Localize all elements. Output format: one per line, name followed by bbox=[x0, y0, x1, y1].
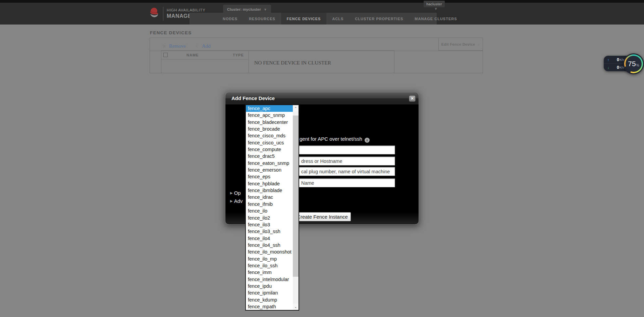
type-option[interactable]: fence_ilo3 bbox=[246, 221, 293, 228]
type-option[interactable]: fence_ilo4 bbox=[246, 235, 293, 242]
scrollbar-thumb[interactable] bbox=[293, 116, 299, 277]
type-option[interactable]: fence_cisco_ucs bbox=[246, 139, 293, 146]
optional-arguments-toggle[interactable]: ▶Op bbox=[230, 190, 241, 196]
type-option[interactable]: fence_imm bbox=[246, 269, 293, 276]
edit-fence-device-selector[interactable]: Edit Fence Device ⌄ bbox=[438, 38, 483, 51]
info-icon[interactable]: i bbox=[365, 138, 370, 143]
percent-value: 75 bbox=[628, 60, 636, 68]
column-header-type: TYPE bbox=[233, 53, 244, 57]
remove-button[interactable]: Remove bbox=[169, 43, 186, 49]
type-option[interactable]: fence_emerson bbox=[246, 167, 293, 173]
table-header-row: NAME TYPE bbox=[161, 51, 249, 59]
upload-arrow-icon: ↑ bbox=[607, 58, 612, 62]
tab-fence-devices[interactable]: FENCE DEVICES bbox=[281, 13, 327, 25]
advanced-arguments-label: Adv bbox=[234, 198, 243, 204]
chevron-down-icon: ⌄ bbox=[477, 42, 480, 46]
fence-devices-table: NAME TYPE bbox=[161, 50, 249, 73]
window-top-strip bbox=[0, 0, 644, 3]
create-fence-instance-button[interactable]: Create Fence Instance bbox=[294, 212, 351, 221]
type-option[interactable]: fence_apc_snmp bbox=[246, 112, 293, 119]
scroll-up-icon[interactable]: ⌃ bbox=[293, 105, 299, 111]
agent-description-text: gent for APC over telnet/sshi bbox=[300, 136, 370, 143]
cluster-selector-label: Cluster: mycluster bbox=[227, 7, 261, 11]
percent-ring: 75 % bbox=[624, 54, 643, 73]
user-menu[interactable]: hacluster bbox=[424, 1, 445, 7]
type-option[interactable]: fence_apc bbox=[246, 105, 293, 112]
type-option[interactable]: fence_cisco_mds bbox=[246, 132, 293, 139]
column-header-name: NAME bbox=[186, 53, 199, 57]
app-header: HIGH AVAILABILITY MANAGEMENT Cluster: my… bbox=[0, 3, 644, 25]
upload-value: 0 bbox=[617, 57, 619, 62]
type-option[interactable]: fence_brocade bbox=[246, 126, 293, 132]
remove-x-icon[interactable]: ✕ bbox=[162, 44, 166, 49]
percent-unit: % bbox=[636, 63, 639, 67]
type-option[interactable]: fence_ibmblade bbox=[246, 187, 293, 194]
scroll-down-icon[interactable]: ⌄ bbox=[293, 304, 299, 310]
scrollbar[interactable]: ⌃ ⌄ bbox=[293, 105, 299, 310]
type-option[interactable]: fence_bladecenter bbox=[246, 119, 293, 126]
type-option[interactable]: fence_compute bbox=[246, 146, 293, 153]
ipaddr-input[interactable] bbox=[283, 156, 395, 166]
type-option[interactable]: fence_ilo2 bbox=[246, 215, 293, 221]
type-option[interactable]: fence_drac5 bbox=[246, 153, 293, 160]
redhat-logo-icon bbox=[149, 6, 159, 19]
type-option[interactable]: fence_ilo3_ssh bbox=[246, 228, 293, 235]
user-label: hacluster bbox=[426, 2, 442, 6]
type-option[interactable]: fence_mpath bbox=[246, 303, 293, 310]
type-option[interactable]: fence_eaton_snmp bbox=[246, 160, 293, 167]
type-option[interactable]: fence_ipdu bbox=[246, 283, 293, 289]
type-option[interactable]: fence_intelmodular bbox=[246, 276, 293, 283]
triangle-right-icon: ▶ bbox=[230, 191, 233, 195]
type-option[interactable]: fence_eps bbox=[246, 173, 293, 180]
close-icon[interactable]: ✕ bbox=[409, 95, 416, 102]
type-option[interactable]: fence_kdump bbox=[246, 297, 293, 303]
type-option[interactable]: fence_ilo_mp bbox=[246, 256, 293, 262]
port-input[interactable] bbox=[283, 167, 395, 176]
download-value: 0 bbox=[617, 65, 619, 70]
percent-badge[interactable]: 75 % bbox=[623, 53, 644, 74]
login-input[interactable] bbox=[283, 178, 395, 187]
tab-acls[interactable]: ACLS bbox=[326, 13, 349, 25]
select-all-checkbox[interactable] bbox=[163, 53, 168, 57]
type-option[interactable]: fence_hpblade bbox=[246, 180, 293, 187]
type-option[interactable]: fence_ilo_ssh bbox=[246, 262, 293, 269]
brand-line1: HIGH AVAILABILITY bbox=[167, 8, 207, 12]
type-option[interactable]: fence_ilo4_ssh bbox=[246, 242, 293, 248]
type-option[interactable]: fence_ilo bbox=[246, 208, 293, 214]
tab-nodes[interactable]: NODES bbox=[217, 13, 243, 25]
type-option[interactable]: fence_ifmib bbox=[246, 201, 293, 208]
modal-titlebar[interactable]: Add Fence Device ✕ bbox=[225, 92, 419, 104]
advanced-arguments-toggle[interactable]: ▶Adv bbox=[230, 198, 243, 204]
user-menu-chevron-down-icon[interactable]: ▼ bbox=[434, 7, 438, 11]
triangle-right-icon: ▶ bbox=[230, 199, 233, 203]
tab-manage-clusters[interactable]: MANAGE CLUSTERS bbox=[409, 13, 463, 25]
description-input[interactable] bbox=[283, 145, 395, 154]
percent-inner: 75 % bbox=[626, 56, 642, 72]
brand-divider bbox=[163, 7, 163, 21]
add-button[interactable]: Add bbox=[202, 43, 211, 49]
type-option[interactable]: fence_idrac bbox=[246, 194, 293, 200]
type-option[interactable]: fence_ilo_moonshot bbox=[246, 248, 293, 255]
screen: HIGH AVAILABILITY MANAGEMENT Cluster: my… bbox=[0, 0, 644, 317]
download-arrow-icon: ↓ bbox=[607, 65, 612, 70]
tab-resources[interactable]: RESOURCES bbox=[243, 13, 281, 25]
edit-fence-device-label: Edit Fence Device bbox=[441, 42, 475, 46]
chevron-down-icon: ▼ bbox=[264, 8, 267, 11]
modal-title: Add Fence Device bbox=[231, 95, 275, 101]
fence-device-detail-panel: NO FENCE DEVICE IN CLUSTER bbox=[249, 50, 394, 73]
tab-cluster-properties[interactable]: CLUSTER PROPERTIES bbox=[349, 13, 409, 25]
main-nav: NODESRESOURCESFENCE DEVICESACLSCLUSTER P… bbox=[190, 13, 437, 25]
type-options: fence_apcfence_apc_snmpfence_bladecenter… bbox=[246, 105, 293, 310]
add-plus-icon[interactable]: ＋ bbox=[195, 43, 199, 49]
type-select-open-list: fence_apcfence_apc_snmpfence_bladecenter… bbox=[245, 104, 299, 311]
empty-state-message: NO FENCE DEVICE IN CLUSTER bbox=[254, 60, 331, 66]
page-title: FENCE DEVICES bbox=[150, 30, 192, 35]
type-option[interactable]: fence_ipmilan bbox=[246, 289, 293, 296]
optional-arguments-label: Op bbox=[234, 190, 241, 196]
fence-devices-toolbar: ✕ Remove ＋ Add bbox=[162, 43, 211, 49]
agent-description-fragment: gent for APC over telnet/ssh bbox=[300, 136, 362, 142]
